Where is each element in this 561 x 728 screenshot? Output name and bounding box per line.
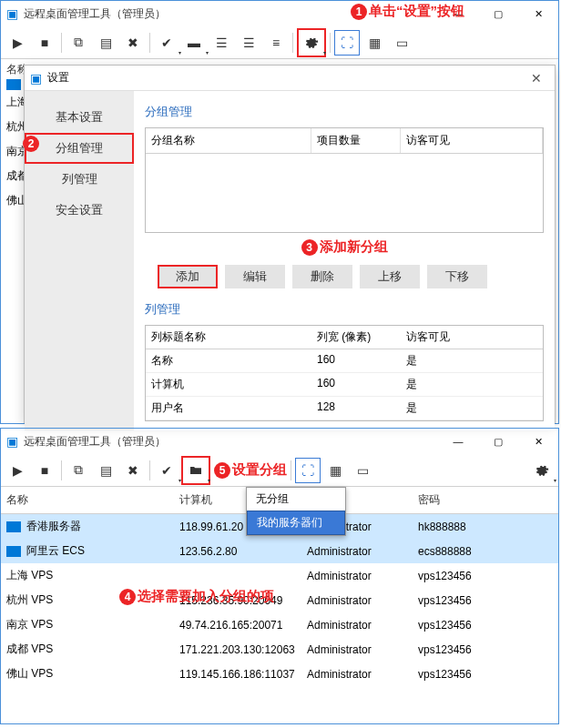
cell-name: 香港服务器 [26,520,81,532]
edit-desktop-icon[interactable]: ▤ [93,458,118,483]
table-row[interactable]: 佛山 VPS119.145.166.186:11037Administrator… [1,662,558,686]
tab-view-icon[interactable]: ▭ [389,30,414,56]
grid-view-icon[interactable]: ▦ [362,30,387,56]
cell-name: 南京 VPS [6,618,53,631]
add-desktop-icon[interactable]: ⧉ [66,30,91,56]
cell-user: Administrator [307,619,372,632]
settings-button[interactable]: ▾ [529,458,555,483]
table-row[interactable]: 阿里云 ECS123.56.2.80Administratorecs888888 [1,539,558,563]
cell-user: Administrator [307,594,372,607]
col-visible: 访客可见 [401,326,543,349]
cell-password: vps123456 [418,643,472,656]
app-icon: ▣ [6,434,18,449]
col-title-name: 列标题名称 [146,326,311,349]
cell-name: 上海 VPS [6,569,53,581]
check-icon[interactable]: ✔▾ [154,30,179,56]
play-icon[interactable]: ▶ [5,30,30,56]
folder-icon [189,463,203,478]
columns-table: 列标题名称 列宽 (像素) 访客可见 名称 160 是 计算机 160 [145,325,544,421]
nav-group-mgmt[interactable]: 分组管理 [25,133,134,164]
nav-basic[interactable]: 基本设置 [25,102,134,133]
list-icon[interactable]: ≡ [263,30,289,56]
align-right-icon[interactable]: ☰ [236,30,261,56]
add-button[interactable]: 添加 [158,265,218,288]
col-guest-visible: 访客可见 [401,128,543,153]
nav-security[interactable]: 安全设置 [25,195,134,226]
edit-desktop-icon[interactable]: ▤ [93,30,118,56]
move-up-button[interactable]: 上移 [360,265,420,288]
group-icon[interactable]: ▬▾ [181,30,207,56]
settings-dialog: ▣ 设置 ✕ 基本设置 分组管理 列管理 安全设置 分组管理 [24,65,556,423]
toolbar-2: ▶ ■ ⧉ ▤ ✖ ✔▾ ▾ 5 设置分组 ⛶ ▦ ▭ ▾ [1,454,558,487]
check-icon[interactable]: ✔▾ [154,458,179,483]
cell-user: Administrator [307,643,372,656]
cell-password: ecs888888 [418,545,472,558]
table-row[interactable]: 杭州 VPS115.236.35.90:20049Administratorvp… [1,588,558,612]
callout-text-3: 添加新分组 [320,238,388,256]
callout-text-1: 单击“设置”按钮 [369,3,464,20]
nav-col-mgmt[interactable]: 列管理 [25,164,134,195]
window-title-2: 远程桌面管理工具（管理员） [24,434,438,450]
move-down-button[interactable]: 下移 [427,265,487,288]
fullscreen-icon[interactable]: ⛶ [334,30,360,56]
col-group-name: 分组名称 [146,128,311,153]
callout-text-4: 选择需要加入分组的项 [138,588,274,605]
col-row: 计算机 160 是 [146,373,543,397]
cell-password: vps123456 [418,570,472,582]
cell-host: 171.221.203.130:12063 [179,643,295,656]
cell-host: 49.74.216.165:20071 [179,619,282,632]
cell-password: hk888888 [418,521,466,533]
settings-nav: 基本设置 分组管理 列管理 安全设置 [25,91,134,430]
minimize-button[interactable]: — [438,429,478,454]
grid-view-icon[interactable]: ▦ [322,458,348,483]
cell-name: 阿里云 ECS [26,544,85,557]
dialog-close-button[interactable]: ✕ [518,66,555,91]
main-window-2: ▣ 远程桌面管理工具（管理员） — ▢ ✕ ▶ ■ ⧉ ▤ ✖ ✔▾ ▾ 5 设… [0,428,559,724]
table-row[interactable]: 上海 VPSAdministratorvps123456 [1,563,558,588]
table-row[interactable]: 南京 VPS49.74.216.165:20071Administratorvp… [1,612,558,637]
main-body-1: 名称 上海 杭州 南京 成都 佛山 ▣ 设置 ✕ 基本设置 分组管理 [1,59,558,423]
toolbar-1: ▶ ■ ⧉ ▤ ✖ ✔▾ ▬▾ ☰ ☰ ≡ ▾ ⛶ ▦ ▭ [1,26,558,59]
col-row: 用户名 128 是 [146,397,543,420]
align-left-icon[interactable]: ☰ [209,30,234,56]
maximize-button[interactable]: ▢ [478,429,518,454]
table-body: 香港服务器118.99.61.20Administratorhk888888阿里… [1,514,558,686]
close-button[interactable]: ✕ [518,1,558,26]
group-dropdown-button[interactable]: ▾ [181,456,210,485]
table-row[interactable]: 成都 VPS171.221.203.130:12063Administrator… [1,637,558,662]
col-name: 名称 [1,487,174,513]
dialog-titlebar: ▣ 设置 ✕ [25,66,555,91]
settings-content: 分组管理 分组名称 项目数量 访客可见 3 添加新分组 [134,91,555,430]
delete-icon[interactable]: ✖ [120,30,146,56]
delete-button[interactable]: 删除 [292,265,352,288]
group-table-body [146,154,543,232]
fullscreen-icon[interactable]: ⛶ [295,458,321,483]
callout-badge-5: 5 [214,462,230,479]
dropdown-my-servers[interactable]: 我的服务器们 [247,511,345,535]
tab-view-icon[interactable]: ▭ [350,458,375,483]
section-columns: 列管理 [145,301,544,318]
dropdown-no-group[interactable]: 无分组 [247,488,345,511]
callout-badge-1: 1 [351,4,367,20]
edit-button[interactable]: 编辑 [225,265,285,288]
settings-button[interactable]: ▾ [297,28,326,57]
cell-password: vps123456 [418,594,472,607]
dialog-icon: ▣ [30,71,42,86]
callout-badge-3: 3 [301,239,318,256]
callout-badge-2: 2 [23,136,39,152]
close-button[interactable]: ✕ [518,429,558,454]
stop-icon[interactable]: ■ [32,30,57,56]
cell-host: 118.99.61.20 [179,521,243,533]
cell-name: 成都 VPS [6,642,53,655]
play-icon[interactable]: ▶ [5,458,30,483]
main-window-1: ▣ 远程桌面管理工具（管理员） — ▢ ✕ 1 单击“设置”按钮 ▶ ■ ⧉ ▤… [0,0,559,424]
cell-host: 123.56.2.80 [179,545,237,558]
cell-password: vps123456 [418,668,472,681]
col-item-count: 项目数量 [311,128,401,153]
stop-icon[interactable]: ■ [32,458,57,483]
maximize-button[interactable]: ▢ [478,1,518,26]
group-buttons: 添加 编辑 删除 上移 下移 [158,265,531,288]
add-desktop-icon[interactable]: ⧉ [66,458,91,483]
delete-icon[interactable]: ✖ [120,458,146,483]
monitor-icon [6,521,21,532]
